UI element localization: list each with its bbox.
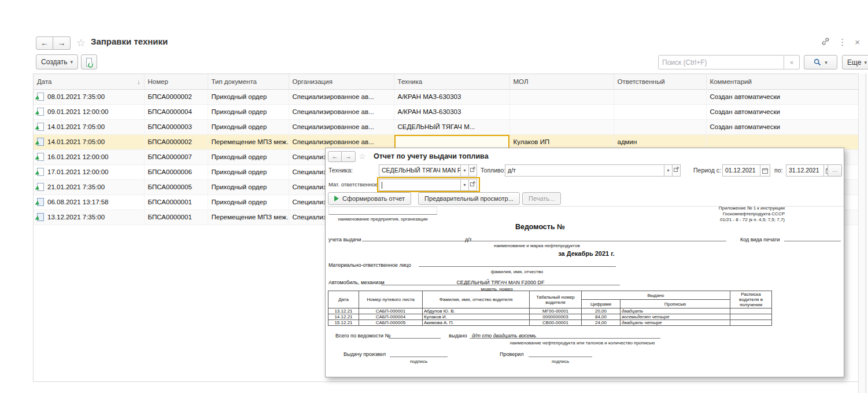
forward-arrow-icon[interactable]: → [53, 36, 71, 50]
fuel-name-value: д/т [465, 237, 472, 243]
total-issued-label: выдано [449, 333, 467, 339]
more-actions-label: Еще [847, 58, 861, 67]
total-number-line [389, 327, 441, 339]
fuel-label: Топливо: [481, 167, 505, 174]
more-actions-button[interactable]: Еще ▾ [842, 55, 868, 69]
document-icon [37, 168, 44, 176]
period-from-field[interactable]: 01.12.2021 [722, 164, 770, 177]
report-sheet[interactable]: наименование предприятия, организации Пр… [326, 206, 844, 377]
generate-report-label: Сформировать отчет [342, 195, 405, 202]
more-menu-icon[interactable]: ⋮ [838, 38, 847, 47]
table-row[interactable]: 09.01.2021 12:00:00 БПСА0000004Приходный… [34, 104, 859, 119]
issuer-label: Выдачу произвел [343, 351, 386, 357]
equipment-value[interactable]: СЕДЕЛЬНЫЙ ТЯГАЧ MAN F2000 DF [379, 164, 461, 177]
document-icon [37, 123, 44, 131]
table-row[interactable]: 14.01.2021 7:05:00 БПСА0000003Приходный … [34, 119, 859, 134]
document-icon [37, 153, 44, 161]
dialog-title: Отчет по учету выдачи топлива [374, 152, 489, 160]
back-arrow-icon[interactable]: ← [328, 151, 342, 162]
total-value-line [470, 327, 660, 339]
rep-col-digits: Цифрами [582, 300, 620, 308]
checker-label: Проверил [500, 351, 523, 357]
close-window-icon[interactable]: × [855, 38, 860, 47]
checker-sign-line [529, 346, 592, 357]
fuel-caption: наименование и марка нефтепродуктов [494, 243, 667, 248]
calendar-icon[interactable] [760, 164, 770, 177]
mol-value[interactable] [379, 179, 461, 191]
mol-combo[interactable]: ▾ [379, 179, 477, 191]
company-caption: наименование предприятия, организации [328, 216, 437, 222]
rep-col-sheet: Номер путевого листа [359, 291, 423, 308]
document-icon [37, 138, 44, 146]
rep-col-issued: Выдано [582, 291, 730, 300]
print-label: Печать... [529, 195, 555, 202]
column-header-comment[interactable]: Комментарий [706, 74, 859, 89]
create-button-label: Создать [41, 58, 68, 66]
document-icon [37, 213, 44, 221]
favorite-star-icon[interactable]: ☆ [359, 152, 366, 161]
generate-report-button[interactable]: Сформировать отчет [328, 192, 411, 205]
preview-button[interactable]: Предварительный просмотр... [418, 192, 520, 205]
period-from-value[interactable]: 01.12.2021 [722, 164, 760, 177]
create-button[interactable]: Создать ▾ [36, 54, 78, 69]
document-icon [37, 198, 44, 206]
company-name-box [328, 207, 437, 215]
appendix-note: Приложение № 1 к инструкции Госкомнефтеп… [719, 205, 785, 223]
link-icon[interactable] [821, 37, 830, 47]
print-code-line [784, 231, 841, 241]
issuer-sign-line [390, 346, 448, 357]
dropdown-arrow-icon[interactable]: ▾ [664, 164, 673, 177]
column-header-doctype[interactable]: Тип документа [208, 74, 289, 89]
period-options-button[interactable]: ... [828, 164, 842, 177]
column-header-number[interactable]: Номер [144, 74, 208, 89]
app-screen: ← → ☆ Заправки техники ⋮ × Создать ▾ × ▾… [0, 0, 868, 393]
period-to-value[interactable]: 31.12.2021 [786, 164, 824, 177]
fuel-report-dialog: ← → ☆ Отчет по учету выдачи топлива Техн… [325, 148, 844, 377]
rep-col-driver: Фамилия, имя, отчество водителя [423, 291, 530, 308]
period-to-field[interactable]: 31.12.2021 [786, 164, 834, 177]
fuel-line [362, 231, 726, 241]
chevron-down-icon: ▾ [864, 60, 867, 65]
period-from-label: Период с: [693, 167, 721, 174]
open-item-icon[interactable] [673, 164, 681, 177]
vehicle-label: Автомобиль, механизм [328, 280, 385, 285]
fuel-combo[interactable]: д/т ▾ [505, 164, 681, 177]
rep-row: 15.12.21САБП-000005 Акимова А. П.СВ00-00… [328, 320, 772, 326]
find-button[interactable]: ▾ [804, 55, 837, 69]
favorite-star-icon[interactable]: ☆ [76, 36, 86, 49]
column-header-date[interactable]: Дата↓ [34, 74, 144, 89]
page-title: Заправки техники [91, 36, 168, 46]
table-row[interactable]: 08.01.2021 7:35:00 БПСА0000002Приходный … [34, 89, 859, 104]
document-icon [37, 183, 44, 191]
vertical-scrollbar[interactable] [858, 74, 866, 393]
equipment-combo[interactable]: СЕДЕЛЬНЫЙ ТЯГАЧ MAN F2000 DF ▾ [379, 164, 477, 177]
document-icon [37, 108, 44, 116]
rep-col-receipt: Расписка водителя в получении [730, 291, 772, 308]
fuel-value[interactable]: д/т [505, 164, 664, 177]
column-header-organization[interactable]: Организация [289, 74, 394, 89]
dropdown-arrow-icon[interactable]: ▾ [461, 179, 469, 191]
issues-table: Дата Номер путевого листа Фамилия, имя, … [328, 291, 772, 326]
open-item-icon[interactable] [469, 164, 477, 177]
open-item-icon[interactable] [469, 179, 477, 191]
chevron-down-icon: ▾ [825, 60, 828, 65]
rep-row: 14.12.21САБП-000004 Кулаков И.0000000003… [328, 314, 772, 320]
back-arrow-icon[interactable]: ← [36, 36, 53, 50]
column-header-responsible[interactable]: Ответственный [614, 74, 706, 89]
clear-search-button[interactable]: × [784, 55, 800, 69]
search-input[interactable] [658, 55, 784, 69]
text-cursor [382, 182, 382, 189]
column-header-mol[interactable]: МОЛ [509, 74, 614, 89]
report-form-title: Ведомость № [430, 223, 650, 231]
issuer-sign-caption: подпись [390, 359, 448, 364]
forward-arrow-icon[interactable]: → [342, 151, 356, 162]
period-to-label: по: [774, 167, 782, 174]
history-nav: ← → [36, 36, 71, 50]
dropdown-arrow-icon[interactable]: ▾ [461, 164, 469, 177]
copy-document-icon [86, 58, 92, 67]
search-icon [814, 58, 821, 66]
column-header-equipment[interactable]: Техника [394, 74, 509, 89]
create-copy-button[interactable] [81, 54, 97, 69]
mol-line [419, 256, 616, 267]
print-button[interactable]: Печать... [522, 192, 561, 205]
